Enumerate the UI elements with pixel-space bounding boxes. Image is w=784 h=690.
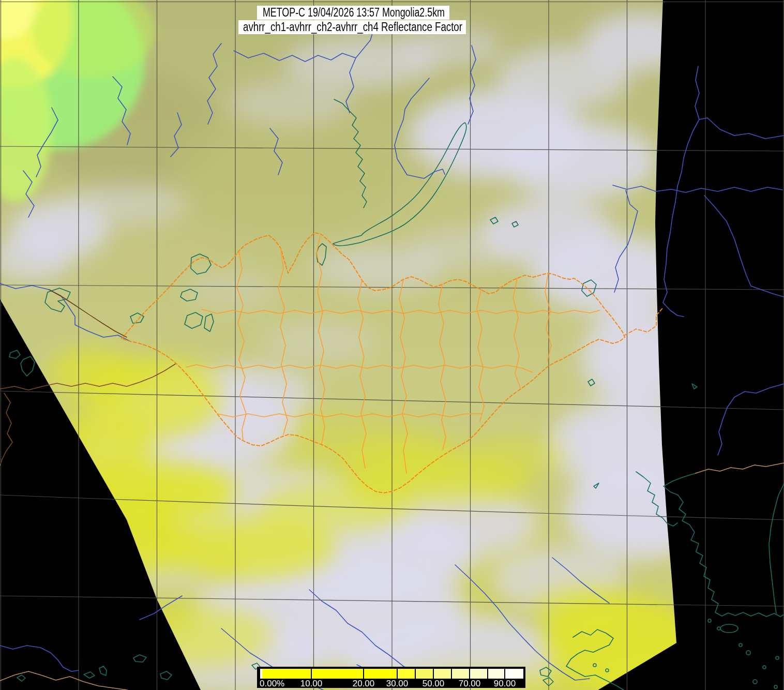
colorbar-label: 20.00 (353, 679, 375, 688)
colorbar-label: 0.00% (260, 679, 284, 688)
colorbar-label: 30.00 (386, 679, 409, 688)
title-box: METOP-C 19/04/2026 13:57 Mongolia2.5km a… (238, 6, 466, 34)
colorbar: 0.00% 10.00 20.00 30.00 50.00 70.00 90.0… (257, 667, 525, 688)
title-line1: METOP-C 19/04/2026 13:57 Mongolia2.5km (263, 6, 445, 19)
colorbar-label: 10.00 (300, 679, 323, 688)
colorbar-label: 70.00 (459, 679, 481, 688)
satellite-map: METOP-C 19/04/2026 13:57 Mongolia2.5km a… (0, 0, 784, 690)
colorbar-gradient (260, 669, 523, 679)
colorbar-label: 50.00 (423, 679, 445, 688)
colorbar-label: 90.00 (494, 679, 516, 688)
satellite-image-viewport: METOP-C 19/04/2026 13:57 Mongolia2.5km a… (0, 0, 784, 690)
title-line2: avhrr_ch1-avhrr_ch2-avhrr_ch4 Reflectanc… (243, 20, 462, 34)
